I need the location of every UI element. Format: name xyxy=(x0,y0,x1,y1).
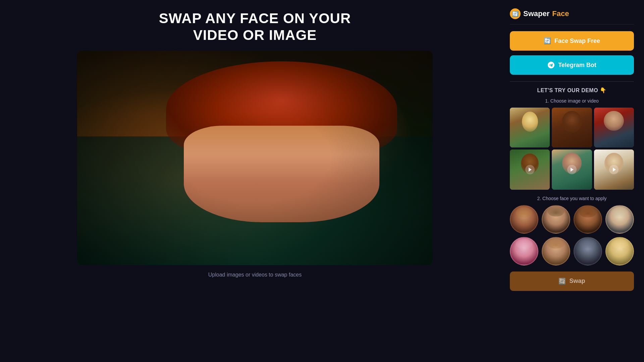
play-button-5[interactable] xyxy=(567,165,577,174)
face-item-7[interactable] xyxy=(574,237,602,265)
logo: 🔄 SwaperFace xyxy=(510,8,634,24)
demo-title: LET'S TRY OUR DEMO 👇 xyxy=(510,87,634,94)
face-item-2[interactable] xyxy=(542,205,570,234)
logo-swaper: Swaper xyxy=(523,9,549,18)
face-item-8[interactable] xyxy=(605,237,634,265)
face-item-1[interactable] xyxy=(510,205,538,234)
main-photo xyxy=(77,51,433,265)
grid-item-4[interactable] xyxy=(510,149,550,189)
step2-label: 2. Choose face you want to apply xyxy=(510,196,634,201)
play-button-6[interactable] xyxy=(609,165,619,174)
face-swap-free-button[interactable]: 🔄 Face Swap Free xyxy=(510,31,634,51)
grid-item-2[interactable] xyxy=(552,108,592,147)
demo-divider xyxy=(510,81,634,82)
face-item-5[interactable] xyxy=(510,237,538,265)
grid-item-5[interactable] xyxy=(552,149,592,189)
page-title: SWAP ANY FACE ON YOUR VIDEO OR IMAGE xyxy=(159,10,351,44)
right-sidebar: 🔄 SwaperFace 🔄 Face Swap Free Telegram B… xyxy=(510,7,634,355)
face-grid xyxy=(510,205,634,265)
swap-btn-icon: 🔄 xyxy=(558,278,566,285)
swap-button[interactable]: 🔄 Swap xyxy=(510,272,634,291)
left-section: SWAP ANY FACE ON YOUR VIDEO OR IMAGE Upl… xyxy=(10,7,500,355)
face-item-6[interactable] xyxy=(542,237,570,265)
grid-item-6[interactable] xyxy=(594,149,634,189)
image-grid xyxy=(510,108,634,190)
face-item-3[interactable] xyxy=(574,205,602,234)
face-swap-icon: 🔄 xyxy=(544,37,551,45)
logo-icon: 🔄 xyxy=(510,8,521,19)
grid-item-3[interactable] xyxy=(594,108,634,147)
grid-item-1[interactable] xyxy=(510,108,550,147)
telegram-icon xyxy=(547,61,555,69)
telegram-bot-button[interactable]: Telegram Bot xyxy=(510,55,634,75)
play-button-4[interactable] xyxy=(525,165,535,174)
step1-label: 1. Choose image or video xyxy=(510,98,634,104)
face-item-4[interactable] xyxy=(605,205,634,234)
main-image-container xyxy=(77,51,433,265)
main-container: SWAP ANY FACE ON YOUR VIDEO OR IMAGE Upl… xyxy=(0,0,644,362)
upload-hint: Upload images or videos to swap faces xyxy=(208,272,302,278)
logo-face: Face xyxy=(552,9,569,18)
